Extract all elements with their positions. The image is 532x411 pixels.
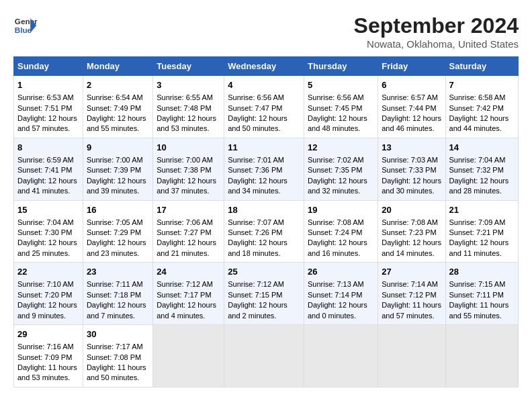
calendar-table: SundayMondayTuesdayWednesdayThursdayFrid… — [13, 56, 519, 387]
sunrise-label: Sunrise: 7:07 AM — [228, 218, 284, 226]
sunrise-label: Sunrise: 7:12 AM — [157, 280, 213, 288]
week-row-4: 22Sunrise: 7:10 AMSunset: 7:20 PMDayligh… — [14, 263, 519, 325]
sunset-label: Sunset: 7:17 PM — [157, 291, 211, 299]
daylight-label: Daylight: 11 hours and 50 minutes. — [87, 363, 146, 381]
calendar-cell: 2Sunrise: 6:54 AMSunset: 7:49 PMDaylight… — [83, 76, 152, 138]
day-number: 27 — [382, 266, 441, 278]
sunrise-label: Sunrise: 7:06 AM — [157, 218, 213, 226]
sunrise-label: Sunrise: 6:58 AM — [449, 93, 506, 101]
daylight-label: Daylight: 12 hours and 46 minutes. — [382, 114, 441, 132]
day-number: 30 — [87, 328, 149, 340]
calendar-cell: 14Sunrise: 7:04 AMSunset: 7:32 PMDayligh… — [445, 138, 518, 200]
daylight-label: Daylight: 12 hours and 50 minutes. — [228, 114, 287, 132]
sunset-label: Sunset: 7:15 PM — [228, 291, 282, 299]
sunrise-label: Sunrise: 7:03 AM — [382, 156, 438, 164]
week-row-3: 15Sunrise: 7:04 AMSunset: 7:30 PMDayligh… — [14, 200, 519, 263]
day-number: 28 — [449, 266, 515, 278]
calendar-cell: 27Sunrise: 7:14 AMSunset: 7:12 PMDayligh… — [378, 263, 445, 325]
daylight-label: Daylight: 12 hours and 18 minutes. — [228, 238, 287, 257]
calendar-cell: 8Sunrise: 6:59 AMSunset: 7:41 PMDaylight… — [14, 138, 83, 200]
calendar-cell: 28Sunrise: 7:15 AMSunset: 7:11 PMDayligh… — [445, 263, 518, 325]
daylight-label: Daylight: 12 hours and 55 minutes. — [87, 114, 146, 132]
sunset-label: Sunset: 7:38 PM — [157, 166, 211, 174]
day-number: 15 — [17, 204, 79, 216]
sunset-label: Sunset: 7:32 PM — [449, 166, 504, 174]
daylight-label: Daylight: 12 hours and 11 minutes. — [449, 238, 509, 257]
day-number: 14 — [449, 142, 515, 154]
main-title: September 2024 — [354, 13, 519, 38]
sunset-label: Sunset: 7:35 PM — [308, 166, 362, 174]
calendar-cell: 1Sunrise: 6:53 AMSunset: 7:51 PMDaylight… — [14, 76, 83, 138]
daylight-label: Daylight: 12 hours and 2 minutes. — [228, 301, 287, 319]
daylight-label: Daylight: 11 hours and 55 minutes. — [449, 301, 509, 319]
day-number: 21 — [449, 204, 515, 216]
daylight-label: Daylight: 12 hours and 53 minutes. — [157, 114, 216, 132]
sunset-label: Sunset: 7:39 PM — [87, 166, 141, 174]
day-number: 7 — [449, 79, 515, 91]
calendar-cell: 11Sunrise: 7:01 AMSunset: 7:36 PMDayligh… — [224, 138, 304, 200]
calendar-cell: 29Sunrise: 7:16 AMSunset: 7:09 PMDayligh… — [14, 325, 83, 387]
sunrise-label: Sunrise: 6:54 AM — [87, 93, 143, 101]
day-number: 9 — [87, 142, 149, 154]
sunset-label: Sunset: 7:29 PM — [87, 228, 141, 236]
sunrise-label: Sunrise: 7:17 AM — [87, 342, 143, 351]
calendar-cell — [224, 325, 304, 387]
sunrise-label: Sunrise: 7:15 AM — [449, 280, 506, 288]
logo: General Blue — [13, 13, 38, 38]
day-number: 10 — [157, 142, 220, 154]
sunrise-label: Sunrise: 7:11 AM — [87, 280, 143, 288]
day-number: 11 — [228, 142, 300, 154]
calendar-cell: 20Sunrise: 7:08 AMSunset: 7:23 PMDayligh… — [378, 200, 445, 263]
sunrise-label: Sunrise: 6:57 AM — [382, 93, 438, 101]
column-header-friday: Friday — [378, 57, 445, 76]
calendar-cell: 10Sunrise: 7:00 AMSunset: 7:38 PMDayligh… — [153, 138, 224, 200]
sunset-label: Sunset: 7:26 PM — [228, 228, 282, 236]
calendar-cell: 12Sunrise: 7:02 AMSunset: 7:35 PMDayligh… — [304, 138, 378, 200]
calendar-cell — [445, 325, 518, 387]
daylight-label: Daylight: 12 hours and 23 minutes. — [87, 238, 146, 257]
calendar-cell: 22Sunrise: 7:10 AMSunset: 7:20 PMDayligh… — [14, 263, 83, 325]
daylight-label: Daylight: 12 hours and 37 minutes. — [157, 177, 216, 195]
sunset-label: Sunset: 7:09 PM — [17, 353, 72, 361]
calendar-cell — [304, 325, 378, 387]
daylight-label: Daylight: 12 hours and 34 minutes. — [228, 177, 287, 195]
sunrise-label: Sunrise: 7:02 AM — [308, 156, 364, 164]
day-number: 13 — [382, 142, 441, 154]
sunset-label: Sunset: 7:18 PM — [87, 291, 141, 299]
sunset-label: Sunset: 7:51 PM — [17, 104, 72, 112]
column-header-saturday: Saturday — [445, 57, 518, 76]
sunrise-label: Sunrise: 7:08 AM — [382, 218, 438, 226]
day-number: 22 — [17, 266, 79, 278]
page-header: General Blue September 2024 Nowata, Okla… — [13, 13, 519, 50]
sunrise-label: Sunrise: 6:56 AM — [308, 93, 364, 101]
sunrise-label: Sunrise: 6:55 AM — [157, 93, 213, 101]
daylight-label: Daylight: 12 hours and 16 minutes. — [308, 238, 367, 257]
daylight-label: Daylight: 12 hours and 41 minutes. — [17, 177, 77, 195]
title-section: September 2024 Nowata, Oklahoma, United … — [354, 13, 519, 50]
day-number: 4 — [228, 79, 300, 91]
day-number: 26 — [308, 266, 374, 278]
daylight-label: Daylight: 12 hours and 39 minutes. — [87, 177, 146, 195]
column-header-thursday: Thursday — [304, 57, 378, 76]
sunset-label: Sunset: 7:42 PM — [449, 104, 504, 112]
sunrise-label: Sunrise: 7:01 AM — [228, 156, 284, 164]
sunset-label: Sunset: 7:14 PM — [308, 291, 362, 299]
calendar-cell: 6Sunrise: 6:57 AMSunset: 7:44 PMDaylight… — [378, 76, 445, 138]
logo-icon: General Blue — [13, 13, 38, 38]
day-number: 1 — [17, 79, 79, 91]
sunset-label: Sunset: 7:33 PM — [382, 166, 436, 174]
day-number: 12 — [308, 142, 374, 154]
day-number: 18 — [228, 204, 300, 216]
calendar-cell: 9Sunrise: 7:00 AMSunset: 7:39 PMDaylight… — [83, 138, 152, 200]
sunrise-label: Sunrise: 7:09 AM — [449, 218, 506, 226]
calendar-cell: 16Sunrise: 7:05 AMSunset: 7:29 PMDayligh… — [83, 200, 152, 263]
subtitle: Nowata, Oklahoma, United States — [354, 38, 519, 50]
sunrise-label: Sunrise: 7:12 AM — [228, 280, 284, 288]
daylight-label: Daylight: 12 hours and 7 minutes. — [87, 301, 146, 319]
calendar-cell: 24Sunrise: 7:12 AMSunset: 7:17 PMDayligh… — [153, 263, 224, 325]
daylight-label: Daylight: 12 hours and 25 minutes. — [17, 238, 77, 257]
sunset-label: Sunset: 7:47 PM — [228, 104, 282, 112]
calendar-cell: 25Sunrise: 7:12 AMSunset: 7:15 PMDayligh… — [224, 263, 304, 325]
calendar-cell — [153, 325, 224, 387]
calendar-cell: 23Sunrise: 7:11 AMSunset: 7:18 PMDayligh… — [83, 263, 152, 325]
